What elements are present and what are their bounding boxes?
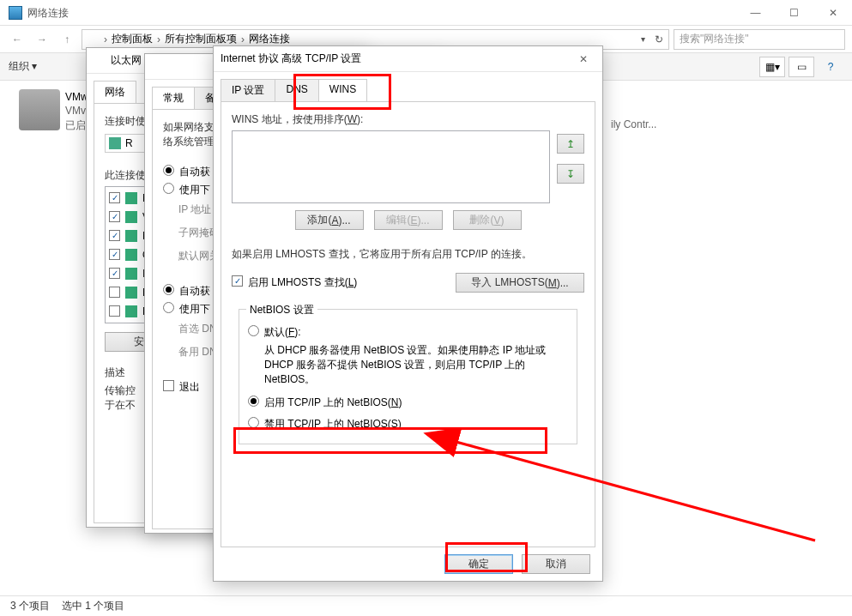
view-options-button[interactable]: ▦▾: [759, 57, 785, 77]
breadcrumb-l2[interactable]: 网络连接: [249, 32, 290, 46]
tab-dns[interactable]: DNS: [275, 79, 318, 101]
close-button[interactable]: ✕: [813, 0, 852, 26]
status-bar: 3 个项目 选中 1 个项目: [0, 595, 852, 616]
nic-icon: [109, 137, 121, 149]
dialog3-title: Internet 协议 高级 TCP/IP 设置 ✕: [214, 46, 602, 72]
status-selected: 选中 1 个项目: [62, 599, 124, 613]
main-window-titlebar: 网络连接 — ☐ ✕: [0, 0, 852, 26]
ethernet-icon: [94, 55, 106, 67]
status-count: 3 个项目: [10, 599, 50, 613]
edit-button[interactable]: 编辑(E)...: [374, 210, 443, 230]
window-title: 网络连接: [27, 0, 69, 26]
radio-default-netbios[interactable]: 默认(F): 从 DHCP 服务器使用 NetBIOS 设置。如果使用静态 IP…: [248, 325, 568, 387]
breadcrumb-l1[interactable]: 所有控制面板项: [165, 32, 237, 46]
radio-auto-dns[interactable]: 自动获: [179, 284, 210, 299]
item-right-sub: ily Contr...: [611, 118, 656, 130]
help-button[interactable]: ?: [818, 57, 843, 77]
move-up-button[interactable]: ↥: [557, 134, 584, 154]
search-placeholder: 搜索"网络连接": [680, 32, 749, 46]
item-title[interactable]: VMw: [65, 91, 88, 103]
lmhosts-note: 如果启用 LMHOSTS 查找，它将应用于所有启用 TCP/IP 的连接。: [232, 247, 584, 262]
delete-button[interactable]: 删除(V): [453, 210, 522, 230]
radio-use-dns[interactable]: 使用下: [179, 302, 210, 317]
minimize-button[interactable]: —: [736, 0, 775, 26]
tab-wins[interactable]: WINS: [318, 79, 367, 101]
breadcrumb-icon: [88, 33, 100, 45]
breadcrumb-dropdown[interactable]: ▾: [641, 34, 645, 44]
breadcrumb-refresh-icon[interactable]: ↻: [655, 33, 663, 45]
tab-general[interactable]: 常规: [152, 87, 195, 109]
maximize-button[interactable]: ☐: [775, 0, 813, 26]
cancel-button[interactable]: 取消: [522, 554, 590, 574]
radio-use-ip[interactable]: 使用下: [179, 183, 210, 197]
radio-auto-ip[interactable]: 自动获: [179, 165, 210, 179]
enable-lmhosts-checkbox[interactable]: ✓ 启用 LMHOSTS 查找(L): [232, 275, 447, 290]
wins-addresses-label: WINS 地址，按使用排序(W):: [232, 112, 584, 127]
search-input[interactable]: 搜索"网络连接": [674, 29, 845, 50]
nav-forward[interactable]: →: [32, 29, 52, 50]
import-lmhosts-button[interactable]: 导入 LMHOSTS(M)...: [456, 273, 584, 293]
wins-list[interactable]: [232, 130, 550, 203]
dialog-advanced-tcpip: Internet 协议 高级 TCP/IP 设置 ✕ IP 设置 DNS WIN…: [213, 45, 603, 582]
tab-ip-settings[interactable]: IP 设置: [221, 79, 275, 101]
organize-button[interactable]: 组织 ▾: [9, 59, 37, 74]
item-sub2: 已启: [65, 118, 86, 133]
nav-back[interactable]: ←: [7, 29, 27, 50]
add-button[interactable]: 添加(A)...: [295, 210, 364, 230]
nav-up[interactable]: ↑: [57, 29, 77, 50]
adapter-icon[interactable]: [19, 89, 60, 130]
app-icon: [9, 6, 22, 20]
move-down-button[interactable]: ↧: [557, 164, 584, 184]
breadcrumb-root[interactable]: 控制面板: [112, 32, 153, 46]
tab-network[interactable]: 网络: [94, 81, 136, 103]
item-sub1: VMv: [65, 105, 86, 117]
close-icon[interactable]: ✕: [571, 53, 595, 65]
radio-enable-netbios[interactable]: 启用 TCP/IP 上的 NetBIOS(N): [248, 396, 568, 410]
exit-checkbox[interactable]: 退出: [179, 380, 200, 395]
default-desc: 从 DHCP 服务器使用 NetBIOS 设置。如果使用静态 IP 地址或 DH…: [264, 343, 556, 387]
netbios-group-label: NetBIOS 设置: [246, 303, 317, 317]
preview-pane-button[interactable]: ▭: [789, 57, 814, 77]
ok-button[interactable]: 确定: [444, 554, 513, 574]
radio-disable-netbios[interactable]: 禁用 TCP/IP 上的 NetBIOS(S): [248, 417, 568, 432]
